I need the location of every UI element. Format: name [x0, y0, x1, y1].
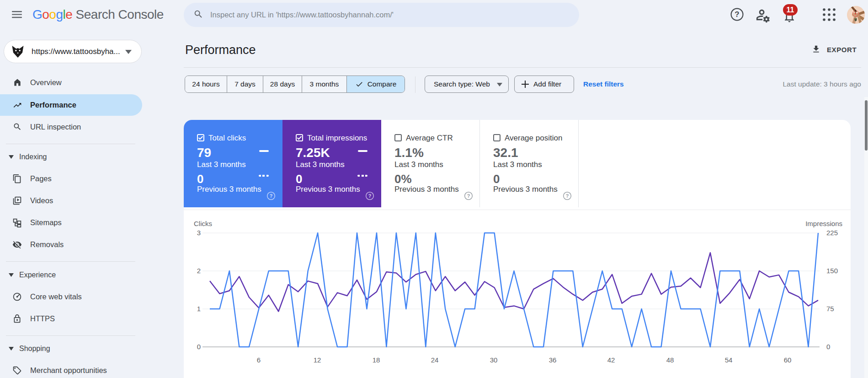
svg-text:1: 1 — [197, 305, 201, 313]
svg-text:?: ? — [270, 193, 273, 199]
svg-text:6: 6 — [257, 356, 261, 364]
svg-text:12: 12 — [314, 356, 321, 364]
svg-text:Impressions: Impressions — [805, 220, 842, 227]
svg-text:36: 36 — [549, 356, 557, 364]
svg-text:0: 0 — [197, 343, 201, 351]
svg-text:?: ? — [735, 10, 739, 19]
svg-text:60: 60 — [784, 356, 792, 364]
svg-text:30: 30 — [490, 356, 498, 364]
svg-text:3: 3 — [197, 229, 201, 237]
svg-text:2: 2 — [197, 267, 201, 275]
svg-text:?: ? — [368, 193, 372, 199]
svg-text:225: 225 — [826, 229, 838, 237]
svg-text:?: ? — [566, 193, 569, 199]
svg-text:150: 150 — [826, 267, 838, 275]
svg-text:54: 54 — [725, 356, 733, 364]
svg-text:0: 0 — [826, 343, 830, 351]
svg-text:75: 75 — [826, 305, 834, 313]
svg-text:Clicks: Clicks — [194, 220, 212, 227]
svg-text:24: 24 — [431, 356, 439, 364]
svg-text:18: 18 — [373, 356, 380, 364]
svg-text:?: ? — [467, 193, 470, 199]
svg-text:42: 42 — [607, 356, 615, 364]
svg-text:48: 48 — [666, 356, 674, 364]
